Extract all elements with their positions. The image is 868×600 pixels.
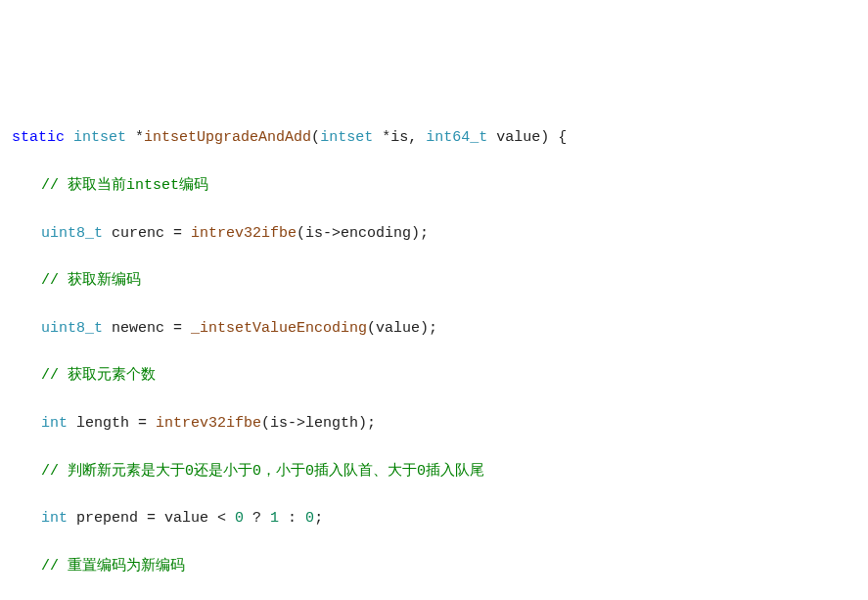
- rest: (is->encoding);: [297, 225, 429, 242]
- rest: (is->length);: [261, 415, 376, 432]
- type-uint8: uint8_t: [41, 320, 103, 337]
- code-block: static intset *intsetUpgradeAndAdd(intse…: [12, 103, 856, 600]
- num-1: 1: [270, 510, 279, 527]
- comment-5: // 重置编码为新编码: [12, 555, 185, 578]
- param2-name: value: [487, 129, 540, 146]
- comment-3: // 获取元素个数: [12, 364, 156, 388]
- var-prepend: prepend = value <: [68, 510, 235, 527]
- func-intsetValueEncoding: _intsetValueEncoding: [191, 320, 367, 337]
- param2-type: int64_t: [426, 129, 487, 146]
- type-int: int: [41, 415, 68, 432]
- var-length: length =: [68, 415, 156, 432]
- signature-line: static intset *intsetUpgradeAndAdd(intse…: [12, 126, 856, 150]
- colon: :: [279, 510, 305, 527]
- func-name: intsetUpgradeAndAdd: [144, 129, 311, 146]
- comment-1: // 获取当前intset编码: [12, 174, 208, 198]
- num-0: 0: [235, 510, 244, 527]
- func-intrev32ifbe: intrev32ifbe: [191, 225, 297, 242]
- prepend-line: int prepend = value < 0 ? 1 : 0;: [12, 507, 323, 531]
- paren-open: (: [311, 129, 320, 146]
- comment-2: // 获取新编码: [12, 269, 141, 293]
- keyword-static: static: [12, 129, 65, 146]
- sig-close: ) {: [540, 129, 567, 146]
- star: *: [135, 129, 144, 146]
- qmark: ?: [244, 510, 270, 527]
- var-newenc: newenc =: [103, 320, 191, 337]
- semi: ;: [314, 510, 323, 527]
- func-intrev32ifbe: intrev32ifbe: [156, 415, 261, 432]
- type-uint8: uint8_t: [41, 225, 103, 242]
- rest: (value);: [367, 320, 437, 337]
- param1-star: *: [373, 129, 390, 146]
- param1-name: is: [390, 129, 408, 146]
- curenc-line: uint8_t curenc = intrev32ifbe(is->encodi…: [12, 222, 429, 246]
- param1-type: intset: [320, 129, 373, 146]
- type-int: int: [41, 510, 68, 527]
- type-intset: intset: [73, 129, 126, 146]
- comment-4: // 判断新元素是大于0还是小于0，小于0插入队首、大于0插入队尾: [12, 460, 484, 484]
- newenc-line: uint8_t newenc = _intsetValueEncoding(va…: [12, 317, 437, 341]
- num-0b: 0: [305, 510, 314, 527]
- var-curenc: curenc =: [103, 225, 191, 242]
- comma: ,: [408, 129, 426, 146]
- length-line: int length = intrev32ifbe(is->length);: [12, 412, 376, 436]
